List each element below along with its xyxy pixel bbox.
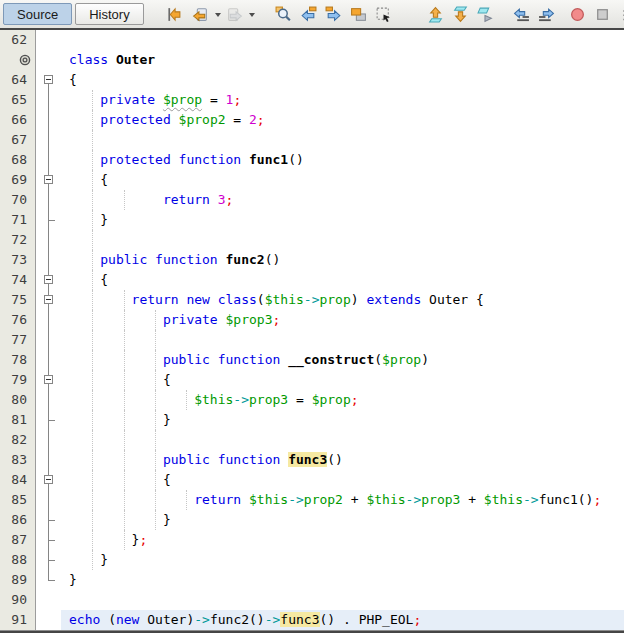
code-line[interactable]: } bbox=[61, 570, 624, 590]
fold-margin bbox=[36, 210, 61, 230]
toolbar-group bbox=[425, 3, 497, 25]
code-line[interactable]: public function __construct($prop) bbox=[61, 350, 624, 370]
find-selection-button[interactable] bbox=[273, 3, 295, 25]
code-row: 67 bbox=[0, 130, 624, 150]
code-row: 68protected function func1() bbox=[0, 150, 624, 170]
line-number: 90 bbox=[0, 590, 36, 610]
code-line[interactable]: } bbox=[61, 510, 624, 530]
code-row: 75return new class($this->prop) extends … bbox=[0, 290, 624, 310]
code-row: 79{ bbox=[0, 370, 624, 390]
fold-collapse-box[interactable] bbox=[44, 475, 53, 484]
back-button[interactable] bbox=[190, 3, 212, 25]
code-token: = bbox=[202, 92, 225, 107]
code-line[interactable]: { bbox=[61, 370, 624, 390]
code-token: -> bbox=[288, 492, 304, 507]
code-line[interactable]: } bbox=[61, 550, 624, 570]
code-line[interactable]: return 3; bbox=[61, 190, 624, 210]
code-row: 65private $prop = 1; bbox=[0, 90, 624, 110]
code-editor[interactable]: 62class Outer64{65private $prop = 1;66pr… bbox=[0, 30, 624, 630]
toolbar-icons bbox=[147, 3, 624, 25]
indent-guide bbox=[92, 230, 93, 250]
code-line[interactable]: private $prop3; bbox=[61, 310, 624, 330]
tab-history[interactable]: History bbox=[75, 3, 143, 25]
code-line[interactable] bbox=[61, 130, 624, 150]
fold-margin bbox=[36, 110, 61, 130]
stop-macro-recording-button[interactable] bbox=[592, 3, 614, 25]
code-line[interactable]: public function func2() bbox=[61, 250, 624, 270]
code-line[interactable]: echo (new Outer)->func2()->func3() . PHP… bbox=[61, 610, 624, 630]
code-row: 82 bbox=[0, 430, 624, 450]
toggle-bookmark-button[interactable] bbox=[475, 3, 497, 25]
next-bookmark-button[interactable] bbox=[450, 3, 472, 25]
code-token: ; bbox=[351, 392, 359, 407]
fold-collapse-box[interactable] bbox=[44, 275, 53, 284]
fold-margin bbox=[36, 410, 61, 430]
code-line[interactable] bbox=[61, 590, 624, 610]
forward-button[interactable] bbox=[224, 3, 246, 25]
select-rectangular-button[interactable] bbox=[373, 3, 395, 25]
find-previous-button[interactable] bbox=[298, 3, 320, 25]
code-line[interactable]: class Outer bbox=[61, 50, 624, 70]
jump-last-edit-button[interactable] bbox=[163, 3, 185, 25]
start-macro-recording-button[interactable] bbox=[567, 3, 589, 25]
fold-collapse-box[interactable] bbox=[44, 75, 53, 84]
code-line[interactable]: }; bbox=[61, 530, 624, 550]
code-line[interactable]: return $this->prop2 + $this->prop3 + $th… bbox=[61, 490, 624, 510]
code-line[interactable]: { bbox=[61, 270, 624, 290]
line-number: 79 bbox=[0, 370, 36, 390]
code-token: ( bbox=[374, 352, 382, 367]
fold-margin bbox=[36, 570, 61, 590]
code-token: $prop bbox=[312, 392, 351, 407]
code-line[interactable]: { bbox=[61, 470, 624, 490]
code-token: $prop2 bbox=[179, 112, 226, 127]
code-line[interactable]: return new class($this->prop) extends Ou… bbox=[61, 290, 624, 310]
tab-source[interactable]: Source bbox=[3, 3, 72, 25]
code-line[interactable]: protected function func1() bbox=[61, 150, 624, 170]
code-row: 78public function __construct($prop) bbox=[0, 350, 624, 370]
fold-margin bbox=[36, 510, 61, 530]
code-line[interactable]: protected $prop2 = 2; bbox=[61, 110, 624, 130]
code-line[interactable] bbox=[61, 30, 624, 50]
fold-margin bbox=[36, 350, 61, 370]
line-number: 75 bbox=[0, 290, 36, 310]
fold-collapse-box[interactable] bbox=[44, 295, 53, 304]
code-line[interactable] bbox=[61, 330, 624, 350]
code-token: func2() bbox=[210, 612, 265, 627]
code-token: func2 bbox=[226, 252, 265, 267]
code-line[interactable] bbox=[61, 430, 624, 450]
line-number: 82 bbox=[0, 430, 36, 450]
code-row: 66protected $prop2 = 2; bbox=[0, 110, 624, 130]
shift-line-left-button[interactable] bbox=[511, 3, 533, 25]
fold-margin bbox=[36, 150, 61, 170]
code-line[interactable]: { bbox=[61, 170, 624, 190]
code-token: prop2 bbox=[304, 492, 343, 507]
code-token: prop3 bbox=[421, 492, 460, 507]
fold-collapse-box[interactable] bbox=[44, 175, 53, 184]
code-line[interactable]: public function func3() bbox=[61, 450, 624, 470]
toggle-highlight-button[interactable] bbox=[348, 3, 370, 25]
annotation-circle-icon[interactable] bbox=[19, 54, 31, 66]
code-token: private bbox=[100, 92, 163, 107]
forward-dropdown-caret-icon[interactable] bbox=[249, 13, 255, 20]
indent-guide bbox=[92, 130, 93, 150]
code-token: public function bbox=[100, 252, 225, 267]
code-line[interactable]: } bbox=[61, 410, 624, 430]
line-number: 62 bbox=[0, 30, 36, 50]
code-token: -> bbox=[406, 492, 422, 507]
toggle-comment-button[interactable] bbox=[619, 3, 624, 25]
back-dropdown-caret-icon[interactable] bbox=[215, 13, 221, 20]
fold-margin bbox=[36, 170, 61, 190]
code-line[interactable]: private $prop = 1; bbox=[61, 90, 624, 110]
code-line[interactable]: { bbox=[61, 70, 624, 90]
shift-line-right-button[interactable] bbox=[536, 3, 558, 25]
code-row: 81} bbox=[0, 410, 624, 430]
toolbar-group bbox=[567, 3, 614, 25]
find-next-button[interactable] bbox=[323, 3, 345, 25]
fold-collapse-box[interactable] bbox=[44, 375, 53, 384]
code-line[interactable]: $this->prop3 = $prop; bbox=[61, 390, 624, 410]
code-line[interactable]: } bbox=[61, 210, 624, 230]
code-line[interactable] bbox=[61, 230, 624, 250]
previous-bookmark-button[interactable] bbox=[425, 3, 447, 25]
indent-guide bbox=[124, 430, 125, 450]
line-number: 89 bbox=[0, 570, 36, 590]
